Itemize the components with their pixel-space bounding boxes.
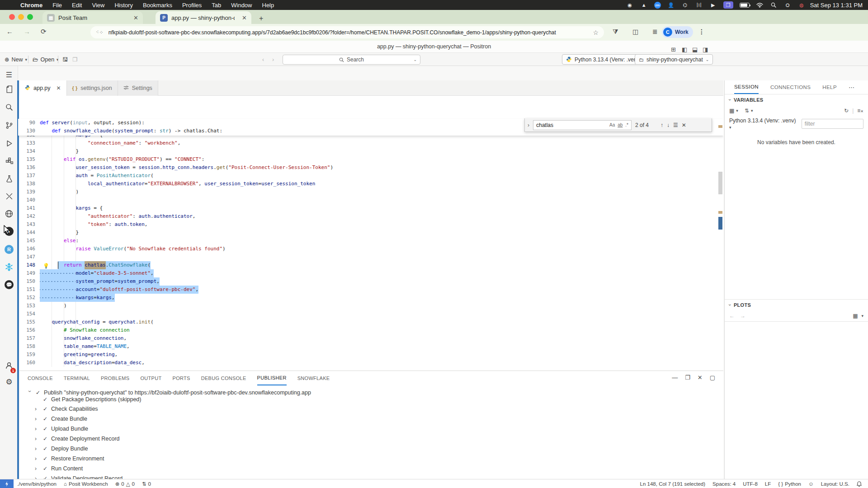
activity-explorer-icon[interactable] (0, 82, 18, 96)
restore-panel-icon[interactable]: ❐ (685, 374, 690, 381)
activity-chat-icon[interactable]: 💬 (0, 278, 18, 291)
cursor-position[interactable]: Ln 148, Col 7 (191 selected) (637, 481, 709, 487)
panel-tab-debug-console[interactable]: DEBUG CONSOLE (201, 371, 246, 385)
record-icon[interactable]: ◉ (626, 2, 634, 9)
tab-help[interactable]: HELP (822, 84, 837, 90)
code-line[interactable]: 158 table_name=TABLE_NAME, (18, 343, 710, 351)
code-line[interactable]: 153 ) (18, 302, 710, 310)
zoom-icon[interactable]: zm (654, 2, 661, 9)
interpreter-picker[interactable]: Python 3.13.4 (Venv: .venv) (562, 54, 645, 65)
code-line[interactable]: 142 "authenticator": auth.authenticator, (18, 212, 710, 221)
browser-tab-posit-team[interactable]: ▨ Posit Team ✕ (42, 11, 143, 24)
minimize-panel-icon[interactable]: — (672, 374, 678, 381)
global-search-box[interactable]: Search ⌄ (283, 55, 420, 65)
address-bar[interactable]: ⁖⁘ nfkpiaib-duloftf-posit-software-pbc-d… (90, 26, 604, 38)
language-mode[interactable]: { }Python (774, 481, 805, 487)
window-minimize-button[interactable] (18, 14, 24, 20)
interpreter-dropdown[interactable]: Python 3.13.4 (Venv: .venv) ▾ (729, 117, 798, 130)
encoding[interactable]: UTF-8 (739, 481, 761, 487)
tab-session[interactable]: SESSION (734, 80, 759, 94)
accounts-icon[interactable]: 1 (0, 359, 18, 372)
panel-tab-problems[interactable]: PROBLEMS (101, 371, 130, 385)
tab-connections[interactable]: CONNECTIONS (770, 84, 811, 90)
drive-icon[interactable]: ▲ (640, 2, 648, 9)
code-line[interactable]: 146 raise ValueError("No Snowflake crede… (18, 245, 710, 253)
more-tabs-icon[interactable]: ⋯ (849, 84, 854, 91)
browser-tab-positron[interactable]: P app.py — shiny-python-quer ✕ (156, 11, 251, 24)
code-line[interactable]: 159 greeting=greeting, (18, 351, 710, 359)
activity-source-control-icon[interactable] (0, 118, 18, 132)
activity-extensions-icon[interactable] (0, 154, 18, 168)
code-line[interactable]: 148💡 return chatlas.ChatSnowflake( (18, 261, 710, 269)
ports-indicator[interactable]: ⇅0 (138, 481, 155, 487)
editor-tab-settings-json[interactable]: { }settings.json (67, 80, 118, 96)
maximize-panel-icon[interactable]: ▢ (710, 374, 715, 381)
play-circle-icon[interactable]: ▶ (709, 2, 717, 9)
open-button[interactable]: 🗁 Open▾ (33, 54, 59, 65)
menu-history[interactable]: History (109, 2, 137, 9)
feedback-icon[interactable]: ☺ (805, 481, 817, 487)
workbench-indicator[interactable]: ⌂Posit Workbench (60, 481, 112, 487)
variables-filter-input[interactable]: filter (802, 119, 863, 129)
code-line[interactable]: 139 ) (18, 188, 710, 196)
sort-icon[interactable]: ⇅ (745, 108, 749, 114)
battery-icon[interactable] (740, 3, 750, 8)
editor-tab-app-py[interactable]: app.py✕ (19, 80, 67, 96)
code-line[interactable]: 155 querychat_config = querychat.init( (18, 318, 710, 326)
publish-step-row[interactable]: ›✓Restore Environment (28, 454, 104, 463)
whole-word-icon[interactable]: ab (618, 122, 623, 127)
publish-step-row[interactable]: ›✓Create Deployment Record (28, 434, 120, 443)
code-line[interactable]: 149 model="claude-3-5-sonnet", (18, 269, 710, 277)
lightbulb-icon[interactable]: 💡 (43, 262, 49, 270)
code-line[interactable]: 135 elif os.getenv("RSTUDIO_PRODUCT") ==… (18, 155, 710, 164)
regex-icon[interactable]: .* (625, 122, 628, 127)
code-line[interactable]: 147 (18, 253, 710, 261)
code-line[interactable]: 157 snowflake_connection, (18, 334, 710, 343)
tab-close-icon[interactable]: ✕ (129, 14, 138, 21)
window-zoom-button[interactable] (27, 14, 33, 20)
notifications-bell-icon[interactable] (853, 481, 865, 487)
plot-back-icon[interactable]: ← (729, 313, 735, 319)
problems-indicator[interactable]: ⊗0 △0 (112, 481, 138, 487)
publish-step-row[interactable]: ›✓Create Bundle (28, 414, 87, 423)
tab-close-icon[interactable]: ✕ (237, 14, 247, 21)
save-all-button[interactable]: ❐ (72, 54, 77, 65)
screen-mirroring-icon[interactable]: ❐ (723, 1, 733, 9)
code-line[interactable]: 136 user_session_token = session.http_co… (18, 164, 710, 172)
reload-icon[interactable]: ⟳ (41, 28, 47, 36)
panel-tab-console[interactable]: CONSOLE (28, 371, 53, 385)
find-expand-icon[interactable]: › (528, 122, 529, 128)
extensions-icon[interactable]: ⧩ (613, 28, 618, 36)
menu-clock[interactable]: Sat Sep 13 1:31 PM (810, 2, 863, 9)
find-previous-icon[interactable]: ↑ (660, 122, 663, 128)
publish-step-row[interactable]: ›✓Check Capabilities (28, 404, 98, 413)
code-line[interactable]: 134 } (18, 147, 710, 155)
menu-profiles[interactable]: Profiles (177, 2, 207, 9)
browser-icon[interactable]: ◍ (798, 2, 806, 9)
menu-window[interactable]: Window (226, 2, 257, 9)
side-panel-icon[interactable]: ◫ (632, 28, 638, 35)
window-close-button[interactable] (9, 14, 15, 20)
activity-rstudio-icon[interactable]: R (0, 243, 18, 256)
indentation[interactable]: Spaces: 4 (709, 481, 739, 487)
menu-tab[interactable]: Tab (207, 2, 226, 9)
menu-help[interactable]: Help (257, 2, 279, 9)
control-center-icon[interactable]: ⛭ (784, 2, 792, 9)
close-panel-icon[interactable]: ✕ (698, 374, 703, 381)
code-line[interactable]: 143 "token": auth.token, (18, 221, 710, 229)
code-line[interactable]: 145 else: (18, 237, 710, 245)
eol[interactable]: LF (761, 481, 774, 487)
activity-flow-icon[interactable] (0, 189, 18, 203)
find-input[interactable]: chatlas Aa ab .* (533, 120, 632, 130)
nav-forward-icon[interactable]: › (272, 54, 274, 65)
new-button[interactable]: ⊕ New▾ (5, 54, 27, 65)
menu-chrome[interactable]: Chrome (15, 2, 47, 9)
menu-edit[interactable]: Edit (67, 2, 87, 9)
code-line[interactable]: 140 (18, 196, 710, 204)
plots-section-header[interactable]: › PLOTS (725, 299, 868, 310)
publish-step-row[interactable]: ›✓Upload Bundle (28, 424, 88, 433)
find-in-selection-icon[interactable]: ☰ (673, 122, 678, 128)
panel-tab-snowflake[interactable]: SNOWFLAKE (297, 371, 330, 385)
code-line[interactable]: 154 (18, 310, 710, 318)
code-editor[interactable]: 132 kargs = {133 "connection_name": "wor… (18, 96, 723, 371)
